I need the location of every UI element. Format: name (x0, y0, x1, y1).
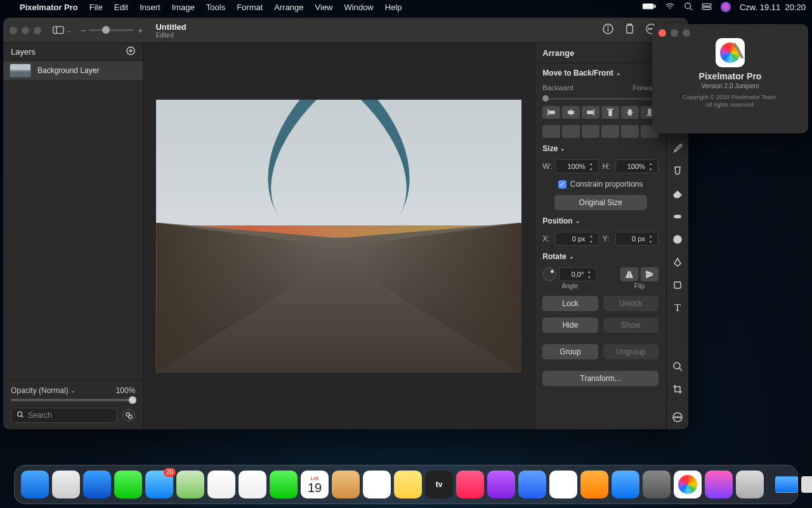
unlock-button[interactable]: Unlock (603, 296, 658, 311)
stack-slider[interactable] (542, 98, 658, 100)
x-input[interactable]: 0 px▴▾ (555, 232, 598, 246)
wifi-icon[interactable] (665, 3, 675, 12)
dock-app-news[interactable] (518, 471, 546, 498)
menu-insert[interactable]: Insert (134, 3, 166, 12)
dock-minimized-2[interactable] (801, 476, 812, 493)
info-icon[interactable] (603, 23, 613, 37)
app-menu[interactable]: Pixelmator Pro (14, 3, 84, 12)
minimize-button[interactable] (22, 27, 29, 34)
rotate-label[interactable]: Rotate⌄ (542, 252, 658, 261)
zoom-control[interactable]: − + (81, 25, 143, 36)
clock[interactable]: Czw. 19.11 20:20 (740, 3, 806, 12)
hide-button[interactable]: Hide (542, 318, 598, 333)
dock-app-facetime[interactable] (270, 471, 298, 498)
align-center-v[interactable] (621, 106, 639, 119)
position-label[interactable]: Position⌄ (542, 217, 658, 225)
opacity-slider[interactable] (11, 399, 135, 401)
close-button[interactable] (10, 27, 17, 34)
dock-app-calendar[interactable]: LIS19 (301, 471, 329, 498)
flip-vertical[interactable] (641, 267, 658, 281)
crop-tool-icon[interactable] (671, 382, 684, 396)
canvas[interactable] (143, 43, 534, 429)
dock-app-notes[interactable] (394, 471, 422, 498)
distribute-3[interactable] (582, 125, 599, 138)
dock-app-preview[interactable] (736, 471, 764, 498)
dock-app-messenger[interactable] (705, 471, 733, 498)
dock-app-finder[interactable] (21, 471, 49, 498)
about-maximize-button[interactable] (683, 29, 690, 37)
constrain-checkbox[interactable]: ✓Constrain proportions (542, 180, 658, 189)
dock-app-photos[interactable] (207, 471, 235, 498)
siri-icon[interactable] (721, 2, 731, 12)
dock-app-settings[interactable] (643, 471, 671, 498)
bucket-tool-icon[interactable] (671, 164, 684, 178)
dock-minimized-1[interactable] (775, 476, 798, 493)
distribute-4[interactable] (601, 125, 619, 138)
rectangle-tool-icon[interactable] (671, 278, 684, 292)
text-tool-icon[interactable]: T (671, 301, 684, 315)
dock-app-maps[interactable] (176, 471, 204, 498)
layer-search-input[interactable]: Search (11, 408, 117, 423)
distribute-5[interactable] (621, 125, 639, 138)
shape-tool-icon[interactable] (671, 232, 684, 246)
align-center-h[interactable] (562, 106, 580, 119)
menu-help[interactable]: Help (379, 3, 408, 12)
layer-filter-button[interactable] (122, 409, 135, 422)
menu-tools[interactable]: Tools (200, 3, 231, 12)
group-button[interactable]: Group (542, 344, 598, 359)
menu-window[interactable]: Window (339, 3, 379, 12)
dock-app-messages[interactable] (114, 471, 142, 498)
dock-app-photos2[interactable] (239, 471, 266, 498)
control-center-icon[interactable] (702, 3, 712, 12)
battery-icon[interactable] (642, 3, 656, 12)
rotate-dial[interactable] (542, 267, 556, 281)
dock-app-contacts[interactable] (332, 471, 360, 498)
dock-app-pixelmator[interactable] (674, 471, 702, 498)
dock-app-reminders[interactable] (363, 471, 391, 498)
flip-horizontal[interactable] (620, 267, 638, 281)
dock-app-launchpad[interactable] (52, 471, 80, 498)
spotlight-icon[interactable] (684, 2, 693, 13)
menu-file[interactable]: File (84, 3, 108, 12)
zoom-out-icon[interactable]: − (81, 25, 86, 36)
dock-app-mail[interactable] (145, 471, 173, 498)
dock-app-numbers[interactable] (549, 471, 577, 498)
align-right[interactable] (582, 106, 599, 119)
pen-tool-icon[interactable] (671, 255, 684, 269)
menu-format[interactable]: Format (231, 3, 268, 12)
zoom-in-icon[interactable]: + (138, 25, 143, 36)
ungroup-button[interactable]: Ungroup (603, 344, 658, 359)
size-label[interactable]: Size⌄ (542, 144, 658, 153)
dock-app-appstore[interactable] (612, 471, 639, 498)
dock-app-tv[interactable]: tv (425, 471, 453, 498)
transform-button[interactable]: Transform... (542, 371, 658, 386)
about-close-button[interactable] (658, 29, 666, 37)
dock-app-music[interactable] (456, 471, 484, 498)
show-button[interactable]: Show (603, 318, 658, 333)
distribute-2[interactable] (562, 125, 580, 138)
eraser-tool-icon[interactable] (671, 187, 684, 201)
brush-tool-icon[interactable] (671, 141, 684, 155)
align-left[interactable] (542, 106, 560, 119)
menu-edit[interactable]: Edit (108, 3, 134, 12)
original-size-button[interactable]: Original Size (554, 195, 647, 210)
width-input[interactable]: 100%▴▾ (555, 159, 598, 173)
retouch-tool-icon[interactable] (671, 210, 684, 224)
zoom-tool-icon[interactable] (671, 359, 684, 373)
maximize-button[interactable] (34, 27, 41, 34)
add-layer-button[interactable] (126, 46, 135, 57)
dock-app-safari[interactable] (83, 471, 111, 498)
move-back-front-label[interactable]: Move to Back/Front⌄ (542, 69, 658, 77)
distribute-1[interactable] (542, 125, 560, 138)
menu-image[interactable]: Image (166, 3, 200, 12)
lock-button[interactable]: Lock (542, 296, 598, 311)
height-input[interactable]: 100%▴▾ (615, 159, 658, 173)
menu-arrange[interactable]: Arrange (268, 3, 309, 12)
zoom-slider[interactable] (89, 29, 134, 31)
menu-view[interactable]: View (310, 3, 339, 12)
angle-input[interactable]: 0,0°▴▾ (559, 267, 597, 281)
more-tools-icon[interactable] (671, 410, 684, 424)
align-top[interactable] (601, 106, 619, 119)
y-input[interactable]: 0 px▴▾ (615, 232, 658, 246)
layer-item[interactable]: Background Layer (3, 61, 143, 80)
